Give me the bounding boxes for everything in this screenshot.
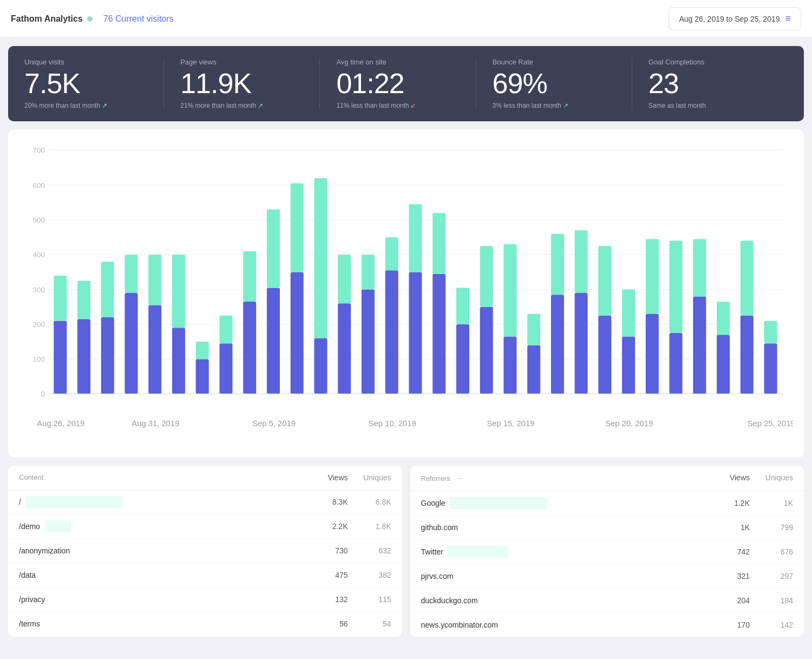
bar-blue [433,274,446,394]
row-uniques: 382 [348,571,391,579]
row-bar [44,618,49,630]
stat-value: 11.9K [180,69,303,97]
bar-green [385,237,398,270]
bar-blue [480,307,493,394]
bar-blue [764,343,777,394]
row-views: 132 [305,595,348,604]
stat-change: Same as last month [649,102,771,109]
referrers-col-uniques: Uniques [750,473,793,483]
bar-green [101,262,114,317]
bar-green [338,255,351,303]
row-label: github.com [421,523,458,532]
bar-green [267,210,280,288]
bar-chart: 0100200300400500600700Aug 26, 2019Aug 31… [19,140,793,434]
row-uniques: 297 [750,572,793,580]
arrow-up-icon: ↗ [563,102,568,109]
menu-icon: ≡ [785,13,791,24]
bar-green [291,184,304,272]
content-col-views: Views [305,473,348,482]
referrers-arrow-icon: → [455,473,463,483]
referrers-table-header: Referrers → Views Uniques [410,466,804,491]
bar-blue [551,295,564,394]
bar-green [598,246,611,316]
stat-item-1: Page views 11.9K 21% more than last mont… [164,58,320,109]
stat-value: 69% [493,69,615,97]
row-label-wrap: duckduckgo.com [421,595,707,606]
current-visitors[interactable]: 76 Current visitors [103,14,174,24]
bar-blue [385,270,398,394]
row-label-wrap: Twitter [421,546,707,558]
row-label-wrap: /demo [19,520,305,532]
row-label: pjrvs.com [421,572,454,580]
row-uniques: 142 [750,621,793,629]
row-label: /anonymization [19,546,70,555]
bar-blue [219,343,232,394]
row-uniques: 799 [750,523,793,532]
svg-text:200: 200 [32,321,45,329]
row-uniques: 6.8K [348,498,391,506]
bar-green [646,239,659,314]
bar-green [764,321,777,343]
table-row: Twitter 742 676 [410,540,804,564]
bar-blue [362,290,375,394]
row-label-wrap: /anonymization [19,545,305,557]
row-bar [49,593,54,605]
table-row: /terms 56 54 [8,612,402,636]
row-label-wrap: /terms [19,618,305,630]
svg-text:Sep 15, 2019: Sep 15, 2019 [487,419,534,428]
bar-green [741,241,754,316]
content-table: Content Views Uniques / 8.3K 6.8K /demo … [8,466,402,637]
brand: Fathom Analytics [11,14,93,24]
referrers-title: Referrers [421,474,450,482]
row-bar [25,496,123,508]
row-label-wrap: / [19,496,305,508]
stat-item-4: Goal Completions 23 Same as last month [632,58,788,109]
content-col-name: Content [19,473,305,482]
content-table-header: Content Views Uniques [8,466,402,490]
row-bar [502,619,516,631]
svg-text:100: 100 [32,355,45,363]
stat-change: 21% more than last month ↗ [180,102,303,109]
row-views: 170 [706,621,750,629]
bar-blue [409,272,422,394]
row-uniques: 184 [750,596,793,605]
bar-blue [196,359,209,394]
row-bar [44,520,71,532]
svg-text:Sep 10, 2019: Sep 10, 2019 [369,419,416,428]
table-row: duckduckgo.com 204 184 [410,589,804,613]
svg-text:Sep 25, 2019: Sep 25, 2019 [748,419,793,428]
bar-blue [503,336,516,394]
row-views: 475 [305,571,348,579]
arrow-up-icon: ↗ [258,102,263,109]
stat-label: Bounce Rate [493,58,615,66]
table-row: github.com 1K 799 [410,516,804,540]
svg-text:Sep 20, 2019: Sep 20, 2019 [605,419,653,428]
stat-value: 01:22 [336,69,459,97]
table-row: news.ycombinator.com 170 142 [410,613,804,637]
bar-blue [314,338,327,394]
row-label-wrap: news.ycombinator.com [421,619,707,631]
stat-item-2: Avg time on site 01:22 11% less than las… [320,58,476,109]
bar-blue [267,288,280,394]
row-uniques: 1.8K [348,522,391,531]
svg-text:Aug 26, 2019: Aug 26, 2019 [37,419,84,428]
bar-blue [148,305,161,394]
svg-text:500: 500 [32,216,45,224]
row-label: Twitter [421,547,443,556]
bar-blue [670,333,683,394]
svg-text:300: 300 [32,286,45,294]
date-range-text: Aug 26, 2019 to Sep 25, 2019 [679,15,780,23]
bar-green [670,241,683,333]
row-bar [40,569,46,581]
bar-blue [172,328,185,394]
table-row: /privacy 132 115 [8,588,402,612]
date-range-picker[interactable]: Aug 26, 2019 to Sep 25, 2019 ≡ [669,7,801,30]
stat-value: 7.5K [24,69,147,97]
svg-text:0: 0 [41,390,45,398]
row-label: Google [421,499,446,507]
row-views: 730 [305,546,348,555]
bar-blue [717,335,730,394]
svg-text:Aug 31, 2019: Aug 31, 2019 [132,419,179,428]
bar-green [575,230,588,293]
bar-blue [741,316,754,394]
